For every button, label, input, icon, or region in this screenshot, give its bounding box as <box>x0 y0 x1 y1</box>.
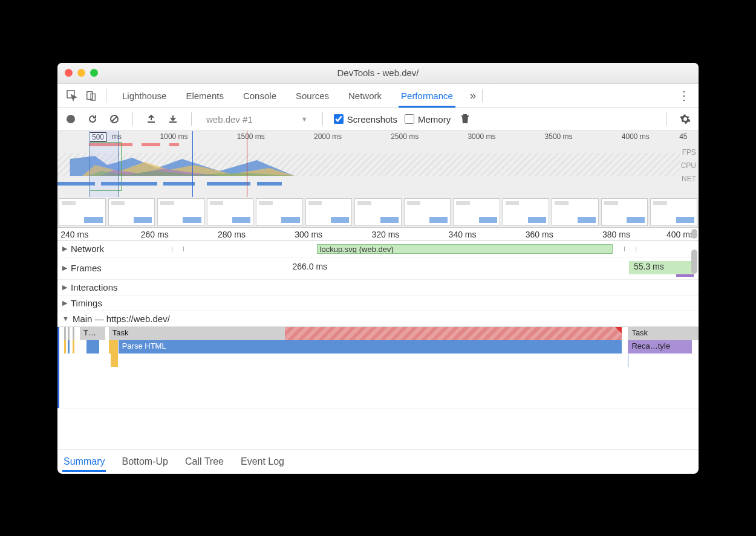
interactions-label: Interactions <box>71 282 118 292</box>
window-title: DevTools - web.dev/ <box>57 68 699 78</box>
reload-record-button[interactable] <box>85 112 100 126</box>
overview-cpu-lane <box>57 153 680 176</box>
devtools-window: DevTools - web.dev/ Lighthouse Elements … <box>57 63 699 474</box>
ruler-tick: 300 ms <box>295 230 322 239</box>
svg-rect-7 <box>169 121 177 123</box>
ruler-tick: 320 ms <box>371 230 399 239</box>
divider <box>132 112 133 126</box>
tab-performance[interactable]: Performance <box>391 84 463 108</box>
svg-rect-1 <box>87 92 93 100</box>
overview-timeline[interactable]: 500 ms 1000 ms 1500 ms 2000 ms 2500 ms 3… <box>57 131 699 228</box>
screenshot-thumb[interactable] <box>601 198 648 226</box>
ruler-tick: 240 ms <box>60 230 88 239</box>
screenshot-thumb[interactable] <box>256 198 303 226</box>
divider <box>106 89 106 102</box>
screenshot-thumb[interactable] <box>305 198 353 226</box>
main-track-header[interactable]: ▼ Main — https://web.dev/ <box>57 311 699 326</box>
recording-label: web.dev #1 <box>206 114 253 124</box>
ruler-scrollbar[interactable] <box>691 229 697 239</box>
main-flame-chart[interactable]: T… Task Task Parse HTML Reca…tyle <box>57 326 699 408</box>
timings-label: Timings <box>71 298 102 308</box>
screenshot-thumb[interactable] <box>503 198 550 226</box>
network-label: Network <box>71 244 104 254</box>
record-button[interactable] <box>64 112 78 126</box>
tab-event-log[interactable]: Event Log <box>240 451 285 472</box>
svg-rect-6 <box>148 121 155 123</box>
tracks-panel: ▶ Network lockup.svg (web.dev) ▶ Frames … <box>57 241 699 450</box>
screenshot-thumb[interactable] <box>552 198 599 226</box>
zoom-window-button[interactable] <box>90 69 98 77</box>
overview-blue-marker <box>192 131 193 197</box>
ruler-tick: 280 ms <box>218 230 246 239</box>
screenshot-thumb[interactable] <box>354 198 402 226</box>
tab-summary[interactable]: Summary <box>62 451 106 472</box>
screenshot-thumb[interactable] <box>650 198 697 226</box>
recording-selector[interactable]: web.dev #1 ▼ <box>203 114 311 124</box>
frame-duration[interactable]: 55.3 ms <box>629 261 694 274</box>
memory-label: Memory <box>418 114 451 124</box>
tab-bottom-up[interactable]: Bottom-Up <box>120 451 169 472</box>
network-request-bar[interactable]: lockup.svg (web.dev) <box>317 244 613 254</box>
flame-bar[interactable] <box>86 340 99 354</box>
traffic-lights <box>65 69 98 77</box>
tab-sources[interactable]: Sources <box>286 84 339 108</box>
svg-point-3 <box>67 115 75 123</box>
devtools-menu-icon[interactable]: ⋮ <box>676 88 692 103</box>
more-tabs-icon[interactable]: » <box>470 89 476 102</box>
flame-bar[interactable] <box>111 354 118 367</box>
flame-bar[interactable] <box>109 340 118 354</box>
overview-lane-labels: FPS CPU NET <box>681 146 696 186</box>
screenshot-thumb[interactable] <box>59 198 106 226</box>
capture-settings-button[interactable] <box>678 112 692 126</box>
load-profile-button[interactable] <box>144 112 158 126</box>
dropdown-caret-icon: ▼ <box>301 115 308 123</box>
collect-garbage-button[interactable] <box>458 112 472 126</box>
tab-console[interactable]: Console <box>233 84 286 108</box>
overview-net-lane <box>57 179 680 188</box>
network-track-header[interactable]: ▶ Network lockup.svg (web.dev) <box>57 241 699 257</box>
memory-checkbox[interactable]: Memory <box>405 114 451 124</box>
inspect-element-icon[interactable] <box>64 87 80 104</box>
task-bar[interactable]: Task <box>628 327 699 340</box>
frames-track-header[interactable]: ▶ Frames 266.0 ms 55.3 ms <box>57 257 699 279</box>
interactions-track-header[interactable]: ▶ Interactions <box>57 280 699 295</box>
tab-lighthouse[interactable]: Lighthouse <box>112 84 176 108</box>
save-profile-button[interactable] <box>166 112 180 126</box>
timings-track-header[interactable]: ▶ Timings <box>57 295 699 311</box>
minimize-window-button[interactable] <box>77 69 85 77</box>
memory-input[interactable] <box>405 114 414 124</box>
details-tabs: Summary Bottom-Up Call Tree Event Log <box>57 450 699 474</box>
screenshot-thumb[interactable] <box>108 198 155 226</box>
tracks-scrollbar[interactable] <box>691 250 697 274</box>
screenshot-thumb[interactable] <box>453 198 500 226</box>
parse-html-bar[interactable]: Parse HTML <box>119 340 622 354</box>
tab-elements[interactable]: Elements <box>176 84 233 108</box>
expand-icon: ▶ <box>62 283 67 291</box>
frame-duration[interactable]: 266.0 ms <box>288 261 333 274</box>
ruler-tick: 400 ms <box>666 230 694 239</box>
ruler-tick: 380 ms <box>602 230 630 239</box>
close-window-button[interactable] <box>65 69 73 77</box>
screenshots-input[interactable] <box>334 114 344 124</box>
tab-call-tree[interactable]: Call Tree <box>184 451 225 472</box>
screenshots-checkbox[interactable]: Screenshots <box>334 114 397 124</box>
ruler-tick: 3500 ms <box>545 132 573 141</box>
task-bar[interactable]: Task <box>109 327 285 340</box>
ruler-tick: 2500 ms <box>391 132 419 141</box>
performance-toolbar: web.dev #1 ▼ Screenshots Memory <box>57 108 699 131</box>
panel-tabs: Lighthouse Elements Console Sources Netw… <box>112 84 463 108</box>
screenshot-thumb[interactable] <box>157 198 204 226</box>
recalc-style-bar[interactable]: Reca…tyle <box>628 340 692 354</box>
clear-button[interactable] <box>107 112 122 126</box>
panel-tabbar: Lighthouse Elements Console Sources Netw… <box>57 84 699 108</box>
device-toolbar-icon[interactable] <box>83 87 100 104</box>
ruler-tick: 1000 ms <box>160 132 188 141</box>
tab-network[interactable]: Network <box>339 84 391 108</box>
frame-violet-marker <box>676 274 694 277</box>
task-bar[interactable]: T… <box>80 327 105 340</box>
long-task-bar[interactable] <box>285 327 622 340</box>
ruler-tick: 360 ms <box>526 230 553 239</box>
screenshot-thumb[interactable] <box>404 198 451 226</box>
screenshot-thumb[interactable] <box>207 198 254 226</box>
overview-selection[interactable] <box>90 131 119 197</box>
